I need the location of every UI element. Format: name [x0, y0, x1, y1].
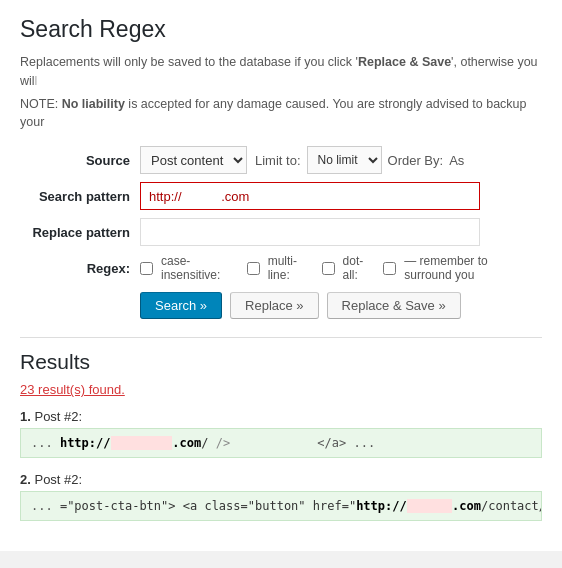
multi-line-label: multi-line:: [268, 254, 312, 282]
page-title: Search Regex: [20, 16, 542, 43]
divider: [20, 337, 542, 338]
search-pattern-label: Search pattern: [20, 189, 140, 204]
order-label: Order By:: [388, 153, 444, 168]
regex-label: Regex:: [20, 261, 140, 276]
replace-save-button[interactable]: Replace & Save »: [327, 292, 461, 319]
multi-line-checkbox[interactable]: [247, 262, 260, 275]
results-count: 23 result(s) found.: [20, 382, 542, 397]
source-label: Source: [20, 153, 140, 168]
notice-1: Replacements will only be saved to the d…: [20, 53, 542, 91]
results-heading: Results: [20, 350, 542, 374]
result-code-2: ... ="post-cta-btn"> <a class="button" h…: [20, 491, 542, 521]
dot-all-checkbox2[interactable]: [383, 262, 396, 275]
result-title-2: 2. Post #2:: [20, 472, 542, 487]
limit-label: Limit to:: [255, 153, 301, 168]
dot-all-label: dot-all:: [343, 254, 374, 282]
replace-button[interactable]: Replace »: [230, 292, 319, 319]
result-item-1: 1. Post #2: ... http:// .com/ /> </a> ..…: [20, 409, 542, 458]
search-pattern-input[interactable]: [140, 182, 480, 210]
replace-pattern-label: Replace pattern: [20, 225, 140, 240]
dot-all-checkbox[interactable]: [322, 262, 335, 275]
notice-2: NOTE: No liability is accepted for any d…: [20, 95, 542, 133]
regex-note: — remember to surround you: [404, 254, 538, 282]
case-insensitive-label: case-insensitive:: [161, 254, 237, 282]
source-select[interactable]: Post content Post title Post excerpt Com…: [140, 146, 247, 174]
result-title-1: 1. Post #2:: [20, 409, 542, 424]
regex-checkbox[interactable]: [140, 262, 153, 275]
result-item-2: 2. Post #2: ... ="post-cta-btn"> <a clas…: [20, 472, 542, 521]
order-value: As: [449, 153, 464, 168]
limit-select[interactable]: No limit 5 10: [307, 146, 382, 174]
replace-pattern-input[interactable]: [140, 218, 480, 246]
result-code-1: ... http:// .com/ /> </a> ...: [20, 428, 542, 458]
search-button[interactable]: Search »: [140, 292, 222, 319]
